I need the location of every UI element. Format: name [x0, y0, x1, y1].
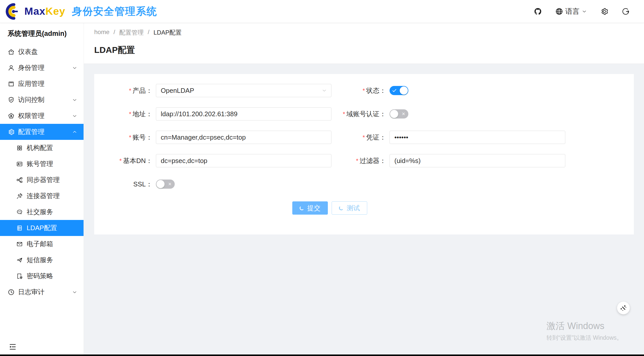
toggle-knob — [390, 110, 398, 118]
sidebar-item-password-policy[interactable]: 密码策略 — [0, 268, 84, 284]
account-icon — [16, 161, 23, 167]
access-control-icon — [8, 96, 15, 103]
github-button[interactable] — [534, 7, 542, 16]
loading-spinner-icon — [339, 206, 344, 210]
x-mark: × — [401, 111, 406, 117]
sms-icon — [16, 257, 23, 263]
breadcrumb-current: LDAP配置 — [153, 28, 182, 37]
audit-icon — [8, 289, 15, 296]
breadcrumb-home[interactable]: home — [94, 28, 109, 37]
credential-label: *凭证： — [331, 133, 386, 142]
domain-auth-toggle[interactable]: × — [390, 109, 408, 118]
product-label: *产品： — [94, 86, 152, 95]
current-user: 系统管理员(admin) — [0, 23, 84, 44]
test-button[interactable]: 测试 — [332, 201, 367, 215]
config-icon — [8, 128, 15, 136]
sidebar-item-apps[interactable]: 应用管理 — [0, 76, 84, 92]
product-select-value: OpenLDAP — [161, 87, 194, 95]
magic-wand-button[interactable] — [617, 302, 630, 314]
sidebar-item-access-control[interactable]: 访问控制 — [0, 92, 84, 108]
credential-input[interactable] — [390, 131, 565, 144]
app-header: MaxKey 身份安全管理系统 语言 — [0, 0, 644, 23]
address-label: *地址： — [94, 110, 152, 118]
screen-bottom-edge — [0, 354, 644, 356]
loading-spinner-icon — [300, 206, 304, 210]
windows-activation-watermark: 激活 Windows 转到“设置”以激活 Windows。 — [546, 320, 622, 342]
sidebar-item-connector[interactable]: 连接器管理 — [0, 188, 84, 204]
sidebar-item-synchronizer[interactable]: 同步器管理 — [0, 172, 84, 188]
base-dn-input[interactable] — [156, 154, 331, 167]
ldap-form-card: *产品： OpenLDAP *状态： *地址： *域账号认证： — [94, 74, 634, 234]
collapse-sidebar-button[interactable] — [9, 343, 17, 351]
permission-icon — [8, 112, 15, 120]
settings-button[interactable] — [600, 7, 608, 16]
address-input[interactable] — [156, 107, 331, 121]
check-icon — [392, 88, 397, 93]
base-dn-label: *基本DN： — [94, 156, 152, 165]
ssl-toggle[interactable]: × — [156, 180, 175, 189]
sidebar-item-config[interactable]: 配置管理 — [0, 124, 84, 140]
apps-icon — [8, 80, 15, 87]
dashboard-icon — [8, 48, 15, 55]
globe-icon — [555, 7, 563, 16]
product-select[interactable]: OpenLDAP — [156, 84, 331, 97]
account-label: *账号： — [94, 133, 152, 142]
sidebar-item-social[interactable]: 社交服务 — [0, 204, 84, 220]
logout-button[interactable] — [622, 7, 630, 16]
chevron-down-icon — [72, 289, 77, 295]
status-label: *状态： — [331, 86, 386, 95]
connector-icon — [16, 193, 23, 199]
page-header: home / 配置管理 / LDAP配置 LDAP配置 — [84, 23, 644, 64]
sidebar-item-identity[interactable]: 身份管理 — [0, 60, 84, 76]
breadcrumb: home / 配置管理 / LDAP配置 — [94, 28, 182, 37]
brand: MaxKey 身份安全管理系统 — [0, 3, 157, 20]
maxkey-logo-icon — [6, 3, 22, 20]
brand-name: MaxKey — [24, 5, 65, 17]
chevron-up-icon — [72, 129, 77, 135]
chevron-down-icon — [72, 97, 77, 103]
chevron-down-icon — [321, 88, 327, 93]
sidebar-item-audit[interactable]: 日志审计 — [0, 284, 84, 300]
x-mark: × — [167, 181, 173, 187]
chevron-down-icon — [72, 113, 77, 119]
sidebar-item-sms[interactable]: 短信服务 — [0, 252, 84, 268]
brand-title: 身份安全管理系统 — [72, 4, 157, 18]
language-menu[interactable]: 语言 — [555, 7, 587, 16]
sidebar-item-email[interactable]: 电子邮箱 — [0, 236, 84, 252]
sidebar-item-permission[interactable]: 权限管理 — [0, 108, 84, 124]
status-toggle[interactable] — [390, 86, 408, 95]
breadcrumb-section[interactable]: 配置管理 — [119, 28, 144, 37]
domain-auth-label: *域账号认证： — [331, 110, 386, 118]
filter-input[interactable] — [390, 154, 565, 167]
filter-label: *过滤器： — [331, 156, 386, 165]
chevron-down-icon — [582, 9, 587, 14]
identity-icon — [8, 64, 15, 71]
submit-button[interactable]: 提交 — [292, 201, 328, 215]
email-icon — [16, 241, 23, 247]
sidebar-item-dashboard[interactable]: 仪表盘 — [0, 44, 84, 60]
language-label: 语言 — [565, 7, 579, 16]
sidebar: 系统管理员(admin) 仪表盘 身份管理 应用管理 访问控制 权限管理 配置管… — [0, 23, 84, 354]
magic-wand-icon — [620, 304, 627, 312]
page-title: LDAP配置 — [94, 44, 135, 56]
account-input[interactable] — [156, 131, 331, 144]
synchronizer-icon — [16, 177, 23, 183]
sidebar-item-account-management[interactable]: 账号管理 — [0, 156, 84, 172]
toggle-knob — [156, 180, 165, 188]
social-icon — [16, 209, 23, 215]
sidebar-item-organization-config[interactable]: 机构配置 — [0, 140, 84, 156]
ldap-icon — [16, 225, 23, 231]
chevron-down-icon — [72, 65, 77, 71]
toggle-knob — [400, 86, 408, 95]
password-policy-icon — [16, 273, 23, 279]
sidebar-item-ldap-config[interactable]: LDAP配置 — [0, 220, 84, 236]
organization-icon — [16, 145, 23, 151]
ssl-label: SSL： — [94, 180, 152, 189]
